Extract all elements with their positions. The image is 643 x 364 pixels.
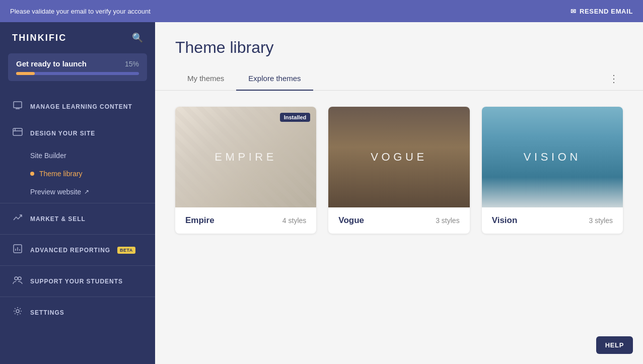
top-banner: Please validate your email to verify you…: [0, 0, 643, 22]
nav-divider-2: [0, 234, 155, 235]
theme-vogue-footer: Vogue 3 styles: [328, 207, 469, 234]
sidebar: THINKIFIC 🔍 Get ready to launch 15%: [0, 22, 155, 364]
resend-label: RESEND EMAIL: [580, 8, 633, 15]
reporting-icon: [12, 244, 23, 256]
theme-empire-name: Empire: [185, 215, 215, 226]
search-button[interactable]: 🔍: [132, 32, 143, 43]
site-builder-label: Site Builder: [30, 152, 66, 160]
sidebar-item-label-design: DESIGN YOUR SITE: [30, 130, 95, 137]
sidebar-item-market-sell[interactable]: MARKET & SELL: [0, 205, 155, 232]
tab-more-button[interactable]: ⋮: [605, 68, 623, 89]
theme-library-label: Theme library: [39, 170, 83, 178]
theme-vision-image: VISION: [482, 107, 623, 207]
progress-bar-background: [16, 72, 139, 75]
sidebar-item-site-builder[interactable]: Site Builder: [30, 147, 155, 165]
theme-vision-name: Vision: [492, 215, 518, 226]
vision-background: VISION: [482, 107, 623, 207]
tab-list: My themes Explore themes: [175, 67, 313, 90]
beta-badge: BETA: [117, 247, 135, 254]
vision-theme-text: VISION: [524, 151, 581, 164]
nav-divider-4: [0, 297, 155, 297]
sidebar-item-design-site[interactable]: DESIGN YOUR SITE: [0, 120, 155, 147]
empire-overlay: [175, 107, 316, 207]
banner-text: Please validate your email to verify you…: [10, 8, 151, 15]
svg-point-9: [15, 277, 18, 280]
tab-explore-themes[interactable]: Explore themes: [236, 67, 313, 91]
sidebar-item-label-settings: SETTINGS: [30, 309, 64, 316]
theme-vogue-name: Vogue: [338, 215, 364, 226]
svg-point-10: [18, 277, 21, 280]
page-title: Theme library: [175, 38, 623, 57]
launch-title: Get ready to launch: [16, 59, 87, 68]
theme-vogue-styles: 3 styles: [436, 216, 459, 225]
vogue-theme-text: VOGUE: [371, 151, 427, 164]
sidebar-nav: MANAGE LEARNING CONTENT DESIGN YOUR SITE…: [0, 89, 155, 330]
theme-empire-styles: 4 styles: [282, 216, 306, 225]
sidebar-item-preview-website[interactable]: Preview website ↗: [30, 183, 155, 201]
help-button[interactable]: HELP: [596, 336, 633, 354]
sidebar-item-label-support: SUPPORT YOUR STUDENTS: [30, 278, 123, 285]
manage-learning-icon: [12, 100, 23, 113]
theme-vision-styles: 3 styles: [589, 216, 613, 225]
installed-badge: Installed: [280, 113, 311, 122]
sidebar-item-support-students[interactable]: SUPPORT YOUR STUDENTS: [0, 268, 155, 295]
vogue-background: VOGUE: [328, 107, 469, 207]
main-content: Theme library My themes Explore themes ⋮: [155, 22, 643, 364]
support-students-icon: [12, 275, 23, 287]
sidebar-item-label-reporting: ADVANCED REPORTING: [30, 247, 110, 254]
resend-email-button[interactable]: ✉ RESEND EMAIL: [570, 8, 633, 15]
search-icon: 🔍: [132, 33, 143, 43]
external-link-icon: ↗: [84, 188, 89, 195]
sidebar-item-manage-learning[interactable]: MANAGE LEARNING CONTENT: [0, 93, 155, 120]
theme-vision-footer: Vision 3 styles: [482, 207, 623, 234]
nav-divider-1: [0, 203, 155, 203]
tab-bar: My themes Explore themes ⋮: [155, 67, 643, 91]
theme-empire-image: EMPIRE Installed: [175, 107, 316, 207]
launch-percent: 15%: [125, 60, 139, 68]
settings-icon: [12, 306, 23, 319]
launch-progress-box[interactable]: Get ready to launch 15%: [8, 53, 147, 81]
themes-grid: EMPIRE Installed Empire 4 styles VOGUE: [155, 91, 643, 250]
logo: THINKIFIC: [12, 33, 66, 43]
sidebar-item-settings[interactable]: SETTINGS: [0, 299, 155, 326]
svg-rect-2: [13, 128, 22, 135]
empire-background: EMPIRE: [175, 107, 316, 207]
theme-empire-footer: Empire 4 styles: [175, 207, 316, 234]
sidebar-header: THINKIFIC 🔍: [0, 22, 155, 53]
sidebar-item-label-manage: MANAGE LEARNING CONTENT: [30, 103, 132, 110]
svg-point-11: [16, 310, 19, 313]
sidebar-item-advanced-reporting[interactable]: ADVANCED REPORTING BETA: [0, 237, 155, 263]
sidebar-item-label-market: MARKET & SELL: [30, 215, 86, 223]
tab-my-themes[interactable]: My themes: [175, 67, 236, 91]
sidebar-item-theme-library[interactable]: Theme library: [30, 165, 155, 183]
email-icon: ✉: [570, 8, 577, 15]
svg-rect-0: [14, 102, 22, 108]
market-sell-icon: [12, 212, 23, 225]
active-dot: [30, 172, 34, 176]
progress-bar-fill: [16, 72, 35, 75]
design-subnav: Site Builder Theme library Preview websi…: [0, 147, 155, 201]
theme-card-vision[interactable]: VISION Vision 3 styles: [482, 107, 623, 234]
theme-card-empire[interactable]: EMPIRE Installed Empire 4 styles: [175, 107, 316, 234]
page-header: Theme library: [155, 22, 643, 57]
preview-website-label: Preview website: [30, 188, 81, 196]
theme-card-vogue[interactable]: VOGUE Vogue 3 styles: [328, 107, 469, 234]
theme-vogue-image: VOGUE: [328, 107, 469, 207]
design-site-icon: [12, 127, 23, 139]
nav-divider-3: [0, 265, 155, 266]
